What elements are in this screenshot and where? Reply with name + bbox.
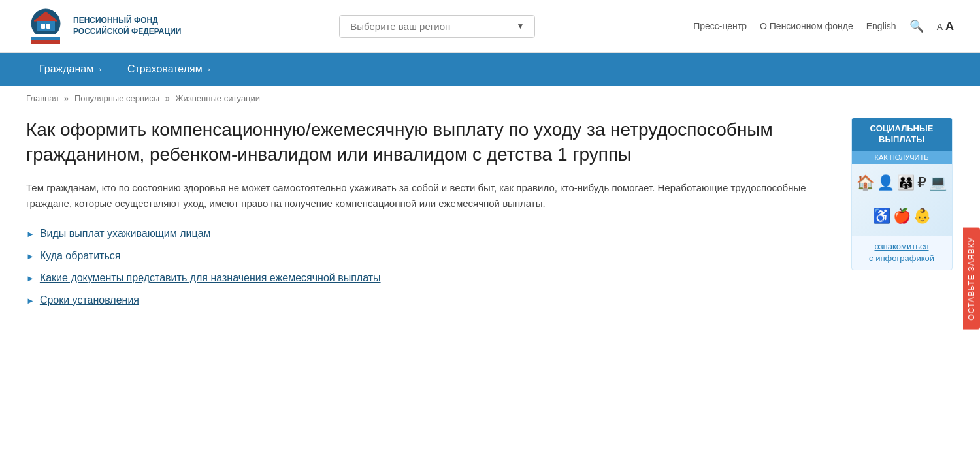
infographic-icon-ruble: ₽ — [917, 176, 926, 190]
infographic-icon-wheelchair: ♿ — [873, 209, 890, 223]
list-item: ► Виды выплат ухаживающим лицам — [26, 228, 830, 240]
header-center: Выберите ваш регион ▼ — [181, 15, 693, 38]
svg-rect-2 — [37, 21, 55, 31]
breadcrumb-home[interactable]: Главная — [26, 93, 58, 103]
region-selector[interactable]: Выберите ваш регион ▼ — [339, 15, 535, 38]
svg-rect-7 — [31, 40, 60, 44]
content-area: Как оформить компенсационную/ежемесячную… — [26, 118, 830, 306]
arrow-icon-1: ► — [26, 229, 35, 239]
infographic-icon-person: 👤 — [877, 176, 894, 190]
breadcrumb-life-situations[interactable]: Жизненные ситуации — [175, 93, 260, 103]
infographic-image: 🏠 👤 👨‍👩‍👧 ₽ 💻 ♿ 🍎 👶 — [852, 164, 952, 236]
arrow-icon-2: ► — [26, 251, 35, 261]
intro-text: Тем гражданам, кто по состоянию здоровья… — [26, 180, 810, 212]
header-right: Пресс-центр О Пенсионном фонде English 🔍… — [693, 19, 954, 33]
infographic-box[interactable]: СОЦИАЛЬНЫЕ ВЫПЛАТЫ КАК ПОЛУЧИТЬ 🏠 👤 👨‍👩‍… — [851, 118, 953, 270]
infographic-icon-family: 👨‍👩‍👧 — [897, 176, 915, 190]
link-where-to-apply[interactable]: Куда обратиться — [40, 250, 121, 262]
breadcrumb: Главная » Популярные сервисы » Жизненные… — [0, 86, 980, 111]
nav-citizens-label: Гражданам — [39, 63, 93, 75]
links-list: ► Виды выплат ухаживающим лицам ► Куда о… — [26, 228, 830, 306]
press-center-link[interactable]: Пресс-центр — [693, 21, 747, 31]
logo-emblem-icon — [26, 7, 65, 46]
arrow-icon-3: ► — [26, 274, 35, 283]
english-link[interactable]: English — [866, 21, 896, 31]
infographic-subheader: КАК ПОЛУЧИТЬ — [852, 151, 952, 164]
arrow-icon-4: ► — [26, 296, 35, 306]
main-nav: Гражданам › Страхователям › — [0, 53, 980, 86]
font-large-button[interactable]: A — [945, 20, 954, 33]
nav-insurers-chevron-icon: › — [208, 65, 210, 73]
list-item: ► Какие документы представить для назнач… — [26, 272, 830, 284]
about-link[interactable]: О Пенсионном фонде — [760, 21, 853, 31]
region-placeholder-text: Выберите ваш регион — [350, 21, 450, 32]
chevron-down-icon: ▼ — [516, 22, 524, 31]
svg-rect-3 — [41, 24, 45, 29]
infographic-icon-food: 🍎 — [893, 209, 911, 223]
svg-rect-6 — [31, 37, 60, 40]
breadcrumb-popular[interactable]: Популярные сервисы — [74, 93, 159, 103]
list-item: ► Сроки установления — [26, 294, 830, 306]
breadcrumb-sep-2: » — [165, 93, 170, 103]
nav-citizens[interactable]: Гражданам › — [26, 53, 114, 86]
infographic-icon-house: 🏠 — [857, 176, 874, 190]
link-documents[interactable]: Какие документы представить для назначен… — [40, 272, 381, 284]
logo-text: ПЕНСИОННЫЙ ФОНД РОССИЙСКОЙ ФЕДЕРАЦИИ — [73, 15, 181, 37]
infographic-caption-line2: с инфографикой — [856, 253, 948, 264]
list-item: ► Куда обратиться — [26, 250, 830, 262]
link-deadlines[interactable]: Сроки установления — [40, 294, 139, 306]
nav-insurers[interactable]: Страхователям › — [114, 53, 223, 86]
font-small-button[interactable]: A — [937, 22, 943, 32]
logo-link[interactable]: ПЕНСИОННЫЙ ФОНД РОССИЙСКОЙ ФЕДЕРАЦИИ — [26, 7, 181, 46]
breadcrumb-sep-1: » — [64, 93, 69, 103]
nav-insurers-label: Страхователям — [127, 63, 203, 75]
font-size-control: A A — [937, 20, 954, 33]
nav-citizens-chevron-icon: › — [99, 65, 101, 73]
infographic-caption-line1: ознакомиться — [856, 241, 948, 253]
infographic-icon-child: 👶 — [913, 209, 931, 223]
site-header: ПЕНСИОННЫЙ ФОНД РОССИЙСКОЙ ФЕДЕРАЦИИ Выб… — [0, 0, 980, 53]
infographic-header: СОЦИАЛЬНЫЕ ВЫПЛАТЫ — [852, 118, 952, 151]
infographic-icon-laptop: 💻 — [929, 176, 947, 190]
svg-rect-4 — [46, 24, 50, 29]
svg-rect-5 — [31, 34, 60, 37]
search-icon[interactable]: 🔍 — [909, 19, 924, 33]
infographic-caption[interactable]: ознакомиться с инфографикой — [852, 236, 952, 270]
link-payments-types[interactable]: Виды выплат ухаживающим лицам — [40, 228, 211, 240]
side-tab-button[interactable]: ОСТАВЬТЕ ЗАЯВКУ — [963, 228, 980, 330]
main-content: Как оформить компенсационную/ежемесячную… — [0, 111, 980, 332]
sidebar: СОЦИАЛЬНЫЕ ВЫПЛАТЫ КАК ПОЛУЧИТЬ 🏠 👤 👨‍👩‍… — [849, 118, 954, 306]
page-title: Как оформить компенсационную/ежемесячную… — [26, 118, 830, 167]
